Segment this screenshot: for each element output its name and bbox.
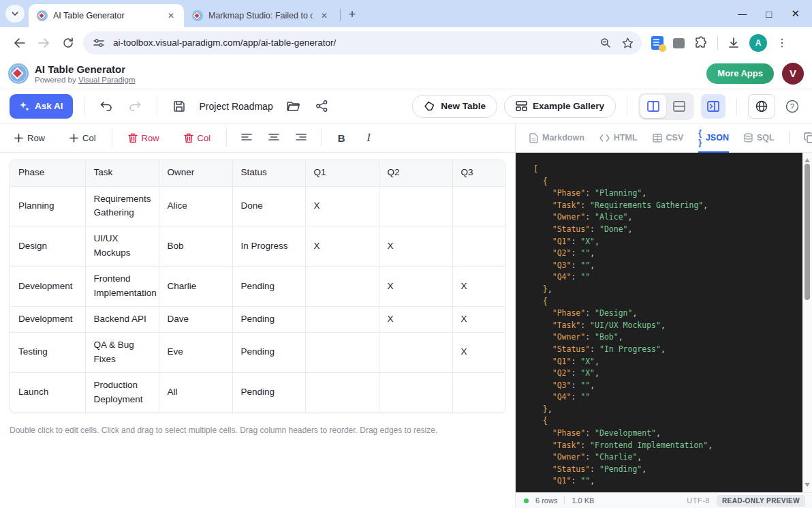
column-header[interactable]: Status [232, 160, 305, 186]
share-button[interactable] [311, 95, 333, 117]
close-tab-icon[interactable]: ✕ [165, 10, 177, 22]
column-header[interactable]: Owner [159, 160, 232, 186]
code-content[interactable]: [ { "Phase": "Planning", "Task": "Requir… [516, 153, 802, 492]
tab-markmap-studio[interactable]: Markmap Studio: Failed to oper ✕ [184, 4, 337, 27]
more-apps-button[interactable]: More Apps [706, 63, 774, 84]
close-tab-icon[interactable]: ✕ [318, 10, 330, 22]
table-cell[interactable] [305, 372, 379, 412]
forward-button[interactable] [34, 33, 53, 53]
add-col-button[interactable]: Col [63, 128, 102, 148]
table-cell[interactable]: Development [10, 267, 85, 307]
tab-markdown[interactable]: Markdown [529, 123, 584, 153]
chat-extension-icon[interactable] [673, 38, 685, 48]
table-cell[interactable] [379, 372, 452, 412]
table-cell[interactable]: Done [232, 186, 305, 226]
align-left-button[interactable] [236, 128, 257, 148]
tab-json[interactable]: { } JSON [698, 123, 729, 153]
example-gallery-button[interactable]: Example Gallery [504, 95, 616, 118]
user-avatar[interactable]: V [782, 63, 804, 85]
table-cell[interactable]: Backend API [85, 307, 159, 333]
tab-search-button[interactable] [5, 5, 25, 23]
table-cell[interactable]: X [379, 226, 452, 267]
tab-sql[interactable]: SQL [744, 123, 775, 153]
reload-button[interactable] [59, 33, 78, 53]
table-cell[interactable]: UI/UX Mockups [85, 226, 159, 267]
add-row-button[interactable]: Row [8, 128, 51, 148]
table-cell[interactable] [452, 372, 505, 412]
new-table-button[interactable]: New Table [412, 95, 497, 118]
column-header[interactable]: Q1 [305, 160, 379, 186]
bold-button[interactable]: B [331, 128, 352, 148]
table-cell[interactable]: Alice [159, 186, 232, 226]
delete-row-button[interactable]: Row [122, 128, 166, 148]
tab-ai-table-generator[interactable]: AI Table Generator ✕ [29, 4, 184, 27]
table-cell[interactable]: Pending [232, 332, 305, 372]
address-bar[interactable]: ai-toolbox.visual-paradigm.com/app/ai-ta… [83, 31, 642, 55]
table-cell[interactable]: Pending [232, 307, 305, 333]
delete-col-button[interactable]: Col [178, 128, 217, 148]
column-header[interactable]: Q2 [379, 160, 452, 186]
table-cell[interactable]: Production Deployment [85, 372, 159, 412]
url-text[interactable]: ai-toolbox.visual-paradigm.com/app/ai-ta… [113, 38, 591, 48]
table-cell[interactable]: All [159, 372, 232, 412]
table-cell[interactable] [305, 267, 379, 307]
reading-extension-icon[interactable] [651, 36, 663, 50]
help-button[interactable]: ? [782, 96, 802, 117]
table-cell[interactable]: X [452, 307, 505, 333]
table-cell[interactable]: Pending [232, 267, 305, 307]
save-button[interactable] [168, 95, 190, 117]
column-header[interactable]: Phase [10, 160, 85, 186]
table-cell[interactable]: Eve [159, 332, 232, 372]
redo-button[interactable] [124, 95, 146, 117]
bookmark-star-icon[interactable] [620, 35, 635, 50]
align-center-button[interactable] [264, 128, 284, 148]
ask-ai-button[interactable]: Ask AI [10, 94, 73, 119]
italic-button[interactable]: I [358, 128, 379, 148]
code-scrollbar[interactable] [802, 153, 812, 492]
column-header[interactable]: Q3 [452, 160, 505, 186]
scrollbar-up-arrow[interactable] [805, 155, 810, 162]
table-cell[interactable]: Pending [232, 372, 305, 412]
table-cell[interactable]: Testing [10, 332, 85, 372]
table-cell[interactable]: X [379, 307, 452, 333]
table-cell[interactable]: X [305, 226, 379, 267]
table-cell[interactable]: Design [10, 226, 85, 267]
table-cell[interactable] [452, 186, 505, 226]
split-vertical-option[interactable] [640, 95, 666, 118]
browser-menu-icon[interactable]: ⋮ [777, 36, 787, 49]
maximize-button[interactable]: □ [766, 8, 772, 20]
table-cell[interactable]: Dave [159, 307, 232, 333]
table-cell[interactable]: X [305, 186, 379, 226]
site-settings-icon[interactable] [91, 35, 106, 50]
scrollbar-down-arrow[interactable] [805, 483, 810, 490]
open-folder-button[interactable] [283, 95, 304, 117]
table-cell[interactable]: In Progress [232, 226, 305, 267]
table-cell[interactable]: X [452, 332, 505, 372]
back-button[interactable] [10, 33, 29, 53]
table-cell[interactable]: Frontend Implementation [85, 267, 159, 307]
split-horizontal-option[interactable] [666, 95, 692, 118]
table-cell[interactable]: Launch [10, 372, 85, 412]
tab-html[interactable]: HTML [599, 123, 638, 153]
align-right-button[interactable] [291, 128, 311, 148]
table-cell[interactable]: Development [10, 307, 85, 333]
table-cell[interactable]: Planning [10, 186, 85, 226]
table-cell[interactable]: X [452, 267, 505, 307]
toggle-right-panel-button[interactable] [701, 94, 725, 119]
tab-csv[interactable]: CSV [653, 123, 684, 153]
table-cell[interactable]: Charlie [159, 267, 232, 307]
table-cell[interactable]: Bob [159, 226, 232, 267]
browser-profile-avatar[interactable]: A [749, 34, 767, 52]
visual-paradigm-link[interactable]: Visual Paradigm [78, 76, 136, 84]
downloads-icon[interactable] [728, 37, 740, 49]
new-tab-button[interactable]: + [343, 5, 361, 23]
table-cell[interactable] [379, 332, 452, 372]
table-cell[interactable] [452, 226, 505, 267]
close-window-button[interactable]: ✕ [791, 8, 800, 20]
copy-button[interactable] [804, 132, 812, 143]
minimize-button[interactable]: — [738, 9, 747, 19]
column-header[interactable]: Task [85, 160, 159, 186]
language-button[interactable] [748, 94, 775, 119]
extensions-puzzle-icon[interactable] [694, 36, 708, 50]
table-cell[interactable]: X [379, 267, 452, 307]
